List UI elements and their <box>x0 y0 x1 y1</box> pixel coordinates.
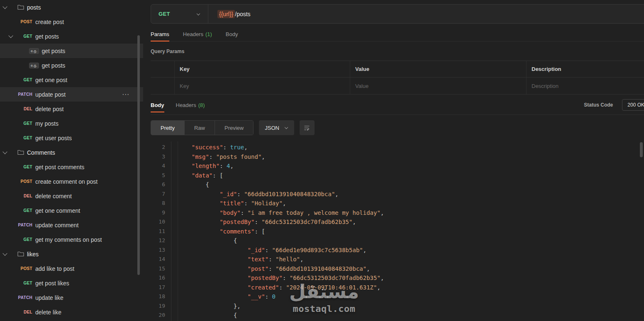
line-number: 9 <box>151 208 171 218</box>
select-all-cell[interactable] <box>151 61 174 77</box>
sidebar-request[interactable]: GETmy posts <box>0 116 143 131</box>
sidebar-item-label: delete post <box>35 106 64 112</box>
sidebar-item-label: get posts <box>42 48 66 54</box>
sidebar-request[interactable]: GETget user posts <box>0 131 143 145</box>
sidebar-request[interactable]: PATCHupdate post⋯ <box>0 87 143 102</box>
sidebar-item-label: likes <box>27 251 39 258</box>
line-number: 4 <box>151 161 171 171</box>
code-line: 16 "postedBy": "66dc5312503dc70fadb62b35… <box>151 273 644 283</box>
code-text: "title": "Holiday", <box>171 199 286 208</box>
sidebar-request[interactable]: PATCHupdate comment <box>0 218 143 232</box>
status-area: Status Code 200 OK <box>584 99 644 111</box>
sidebar-folder[interactable]: Comments <box>0 145 143 160</box>
line-number: 18 <box>151 292 171 302</box>
row-select-cell[interactable] <box>151 78 174 94</box>
method-select[interactable]: GET <box>151 5 208 23</box>
method-badge: GET <box>13 208 32 213</box>
sidebar-request[interactable]: DELdelete post <box>0 102 143 116</box>
method-badge: POST <box>13 179 32 184</box>
line-number: 16 <box>151 273 171 283</box>
line-number: 5 <box>151 171 171 180</box>
line-number: 3 <box>151 152 171 162</box>
sidebar-folder[interactable]: posts <box>0 0 143 15</box>
gutter-divider <box>171 141 171 321</box>
sidebar-example[interactable]: e.g.get posts <box>0 58 143 73</box>
sidebar-example[interactable]: e.g.get posts <box>0 44 143 58</box>
code-text: { <box>171 311 237 320</box>
tab-body[interactable]: Body <box>226 31 238 37</box>
chevron-down-icon[interactable] <box>8 33 13 38</box>
sidebar-request[interactable]: GETget one post <box>0 73 143 87</box>
chevron-down-icon[interactable] <box>2 149 7 154</box>
chevron-down-icon[interactable] <box>2 4 7 9</box>
sidebar-item-label: delete coment <box>35 193 72 199</box>
status-badge[interactable]: 200 OK <box>622 99 644 111</box>
more-actions-icon[interactable]: ⋯ <box>122 92 129 97</box>
tab-response-body[interactable]: Body <box>151 102 164 108</box>
param-description-input[interactable] <box>532 83 638 89</box>
code-text: { <box>171 236 237 246</box>
sidebar-scrollbar-thumb[interactable] <box>137 35 140 275</box>
app-window: postsPOSTcreate postGETget postse.g.get … <box>0 0 644 321</box>
tab-headers[interactable]: Headers (1) <box>183 31 212 37</box>
column-header-value: Value <box>350 61 526 77</box>
folder-icon <box>17 150 24 155</box>
code-text: "comments": [ <box>171 227 265 236</box>
line-number: 14 <box>151 255 171 264</box>
sidebar-request[interactable]: GETget post comments <box>0 160 143 174</box>
param-key-input[interactable] <box>180 83 342 89</box>
chevron-down-icon <box>197 12 200 15</box>
code-text: { <box>171 180 209 190</box>
example-icon: e.g. <box>29 48 39 54</box>
sidebar-item-label: create comment on post <box>35 178 98 185</box>
sidebar-request[interactable]: POSTadd like to post <box>0 261 143 276</box>
url-variable-chip: {{url}} <box>217 10 235 18</box>
line-number: 15 <box>151 264 171 274</box>
tab-params[interactable]: Params <box>151 31 169 37</box>
word-wrap-button[interactable] <box>300 120 315 135</box>
query-params-title: Query Params <box>151 49 644 54</box>
headers-count: (8) <box>198 102 205 108</box>
code-text: "length": 4, <box>171 161 234 171</box>
tab-label: Params <box>151 31 169 37</box>
method-badge: DEL <box>13 310 32 314</box>
sidebar-request[interactable]: POSTcreate post <box>0 15 143 29</box>
code-text: "text": "hello", <box>171 255 303 264</box>
sidebar-request[interactable]: DELdelete coment <box>0 189 143 203</box>
response-scrollbar-thumb[interactable] <box>640 142 643 157</box>
method-badge: POST <box>13 19 32 24</box>
sidebar-request[interactable]: GETget one comment <box>0 203 143 218</box>
sidebar-item-label: my posts <box>35 120 59 127</box>
sidebar-request[interactable]: GETget my comments on post <box>0 232 143 247</box>
sidebar: postsPOSTcreate postGETget postse.g.get … <box>0 0 143 321</box>
code-text: "postedBy": "66dc5312503dc70fadb62b35", <box>171 273 384 283</box>
code-text: "msg": "posts found", <box>171 152 265 162</box>
sidebar-folder[interactable]: likes <box>0 247 143 261</box>
param-value-input[interactable] <box>355 83 517 89</box>
code-line: 14 "text": "hello", <box>151 255 644 264</box>
format-select[interactable]: JSON <box>259 120 294 135</box>
sidebar-request[interactable]: POSTcreate comment on post <box>0 174 143 189</box>
raw-button[interactable]: Raw <box>184 121 215 135</box>
pretty-button[interactable]: Pretty <box>151 121 184 135</box>
sidebar-request[interactable]: GETget post likes <box>0 276 143 290</box>
tab-response-headers[interactable]: Headers (8) <box>176 102 205 108</box>
line-number: 6 <box>151 180 171 190</box>
sidebar-item-label: get post likes <box>35 280 69 287</box>
chevron-down-icon[interactable] <box>2 251 7 255</box>
method-badge: PATCH <box>13 92 32 97</box>
table-header-row: Key Value Description <box>151 61 644 78</box>
code-text: "postedBy": "66dc5312503dc70fadb62b35", <box>171 217 356 227</box>
sidebar-item-label: delete like <box>35 309 61 316</box>
chevron-down-icon <box>285 126 288 129</box>
headers-count: (1) <box>205 31 212 37</box>
code-text: "_id": "66ddbd101391040848320bca", <box>171 190 339 199</box>
sidebar-request[interactable]: PATCHupdate like <box>0 290 143 305</box>
sidebar-request[interactable]: DELdelete like <box>0 305 143 319</box>
preview-button[interactable]: Preview <box>215 121 253 135</box>
url-path: /posts <box>235 11 250 17</box>
line-number: 19 <box>151 302 171 311</box>
url-input[interactable]: {{url}}/posts <box>208 5 644 23</box>
code-line: 7 "_id": "66ddbd101391040848320bca", <box>151 190 644 199</box>
sidebar-request[interactable]: GETget posts <box>0 29 143 44</box>
